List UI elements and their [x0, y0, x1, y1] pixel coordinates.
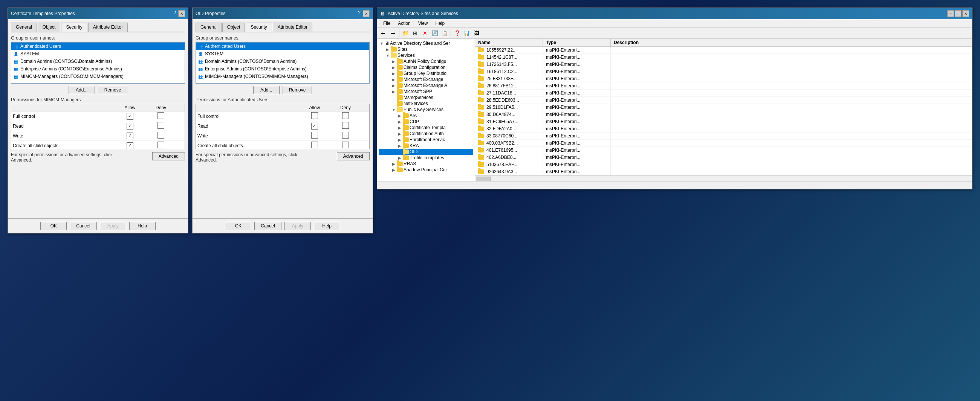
tree-groupkey[interactable]: ▶ Group Key Distributio [379, 70, 473, 76]
oid-apply-button[interactable]: Apply [285, 222, 311, 230]
oid-perm-allow-create[interactable] [299, 141, 330, 149]
oid-tab-attribute-editor[interactable]: Attribute Editor [273, 22, 312, 32]
perm-allow-create[interactable] [115, 141, 145, 149]
oid-close-button[interactable]: ✕ [363, 10, 370, 17]
refresh-button[interactable]: 🔄 [430, 29, 439, 38]
tree-claims[interactable]: ▶ Claims Configuration [379, 64, 473, 70]
oid-remove-button[interactable]: Remove [283, 86, 312, 94]
ad-minimize-button[interactable]: ─ [947, 10, 954, 17]
menu-view[interactable]: View [415, 20, 431, 27]
col-name[interactable]: Name [475, 39, 543, 46]
tab-object[interactable]: Object [38, 22, 60, 32]
oid-user-item-system[interactable]: 👤 SYSTEM [196, 50, 369, 58]
remove-button[interactable]: Remove [98, 86, 128, 94]
list-item[interactable]: 9262643.9A3... msPKI-Enterpri... [475, 168, 972, 176]
ok-button[interactable]: OK [40, 222, 67, 230]
perm-deny-read[interactable] [145, 121, 177, 131]
ad-close-button[interactable]: ✕ [962, 10, 969, 17]
perm-deny-write[interactable] [145, 131, 177, 141]
menu-action[interactable]: Action [395, 20, 413, 27]
list-item[interactable]: 11726143.F5... msPKI-Enterpri... [475, 61, 972, 68]
list-item[interactable]: 29.516D1FA5... msPKI-Enterpri... [475, 104, 972, 111]
oid-tab-general[interactable]: General [196, 22, 221, 32]
back-button[interactable]: ⬅ [379, 29, 388, 38]
oid-perm-allow-read[interactable] [299, 121, 330, 131]
tree-profile-templates[interactable]: ▶ Profile Templates [379, 155, 473, 161]
tree-msspp[interactable]: ▶ Microsoft SPP [379, 89, 473, 95]
help-icon[interactable]: ? [173, 10, 176, 17]
oid-perm-deny-create[interactable] [330, 141, 361, 149]
oid-help-button[interactable]: Help [314, 222, 340, 230]
view-button[interactable]: ⊞ [411, 29, 420, 38]
list-item[interactable]: 400.03AF9B2... msPKI-Enterpri... [475, 140, 972, 147]
tree-enrollment[interactable]: ▶ Enrollment Servic [379, 137, 473, 143]
oid-user-item-domain-admins[interactable]: 👥 Domain Admins (CONTOSO\Domain Admins) [196, 58, 369, 65]
tree-shadow[interactable]: ▶ Shadow Principal Cor [379, 167, 473, 173]
menu-help[interactable]: Help [433, 20, 448, 27]
list-item[interactable]: 25.F831733F... msPKI-Enterpri... [475, 75, 972, 82]
oid-add-button[interactable]: Add... [253, 86, 280, 94]
help-button[interactable]: Help [129, 222, 156, 230]
oid-user-item-mimcm[interactable]: 👥 MIMCM-Managers (CONTOSO\MIMCM-Managers… [196, 73, 369, 80]
list-item[interactable]: 16186112.C2... msPKI-Enterpri... [475, 68, 972, 75]
tree-services[interactable]: ▼ Services [379, 52, 473, 59]
tree-kra[interactable]: ▶ KRA [379, 143, 473, 149]
oid-tab-security[interactable]: Security [246, 22, 272, 32]
tree-authn[interactable]: ▶ AuthN Policy Configu [379, 59, 473, 64]
perm-deny-create[interactable] [145, 141, 177, 149]
user-item-auth[interactable]: 👥 Authenticated Users [11, 43, 185, 50]
oid-tab-object[interactable]: Object [222, 22, 245, 32]
user-item-system[interactable]: 👤 SYSTEM [11, 50, 185, 58]
user-item-mimcm[interactable]: 👥 MIMCM-Managers (CONTOSO\MIMCM-Managers… [11, 73, 185, 80]
list-item[interactable]: 10555927.22... msPKI-Enterpri... [475, 47, 972, 54]
tree-cert-auth[interactable]: ▶ Certification Auth [379, 131, 473, 137]
tab-attribute-editor[interactable]: Attribute Editor [88, 22, 128, 32]
list-item[interactable]: 114542.1C87... msPKI-Enterpri... [475, 54, 972, 61]
list-item[interactable]: 402.A6DBE0... msPKI-Enterpri... [475, 154, 972, 161]
oid-user-item-enterprise-admins[interactable]: 👥 Enterprise Admins (CONTOSO\Enterprise … [196, 65, 369, 73]
oid-user-item-auth[interactable]: 👥 Authenticated Users [196, 43, 369, 50]
list-item[interactable]: 30.D6A4874... msPKI-Enterpri... [475, 111, 972, 118]
tree-pks[interactable]: ▼ Public Key Services [379, 106, 473, 113]
tree-oid[interactable]: OID [379, 149, 473, 155]
oid-perm-allow-fullcontrol[interactable] [299, 111, 330, 121]
help-toolbar-button[interactable]: ❓ [452, 29, 461, 38]
list-item[interactable]: 5103678.EAF... msPKI-Enterpri... [475, 161, 972, 168]
tree-rras[interactable]: ▶ RRAS [379, 161, 473, 167]
oid-perm-deny-read[interactable] [330, 121, 361, 131]
perm-allow-fullcontrol[interactable] [115, 111, 145, 121]
ad-maximize-button[interactable]: □ [955, 10, 961, 17]
list-item[interactable]: 27.11DAC18... msPKI-Enterpri... [475, 90, 972, 97]
tree-sites[interactable]: ▶ Sites [379, 46, 473, 52]
list-item[interactable]: 401.E761695... msPKI-Enterpri... [475, 147, 972, 154]
tree-cert-templates[interactable]: ▶ Certificate Templa [379, 125, 473, 131]
tab-general[interactable]: General [11, 22, 37, 32]
oid-advanced-button[interactable]: Advanced [337, 152, 370, 160]
tree-root[interactable]: ▼ 🖥 Active Directory Sites and Ser [379, 40, 473, 46]
oid-perm-deny-write[interactable] [330, 131, 361, 141]
col-type[interactable]: Type [543, 39, 611, 46]
oid-perm-allow-write[interactable] [299, 131, 330, 141]
tree-aia[interactable]: ▶ AIA [379, 113, 473, 119]
user-item-domain-admins[interactable]: 👥 Domain Admins (CONTOSO\Domain Admins) [11, 58, 185, 65]
add-button[interactable]: Add... [68, 86, 95, 94]
list-item[interactable]: 31.FC9F65A7... msPKI-Enterpri... [475, 118, 972, 125]
close-button[interactable]: ✕ [178, 10, 185, 17]
horizontal-scrollbar[interactable] [475, 176, 972, 181]
h-scroll-thumb[interactable] [476, 177, 491, 181]
menu-file[interactable]: File [380, 20, 393, 27]
perm-allow-write[interactable] [115, 131, 145, 141]
tree-netservices[interactable]: NetServices [379, 100, 473, 106]
perm-allow-read[interactable] [115, 121, 145, 131]
tab-security[interactable]: Security [61, 22, 87, 32]
oid-perm-deny-fullcontrol[interactable] [330, 111, 361, 121]
tree-msexchange2[interactable]: ▶ Microsoft Exchange A [379, 82, 473, 89]
copy-button[interactable]: 📋 [440, 29, 449, 38]
tree-msexchange[interactable]: ▶ Microsoft Exchange [379, 76, 473, 82]
apply-button[interactable]: Apply [100, 222, 126, 230]
col-desc[interactable]: Description [611, 39, 972, 46]
list-item[interactable]: 33.08770C60... msPKI-Enterpri... [475, 133, 972, 140]
oid-ok-button[interactable]: OK [225, 222, 251, 230]
perm-deny-fullcontrol[interactable] [145, 111, 177, 121]
list-item[interactable]: 26.8817FB12... msPKI-Enterpri... [475, 82, 972, 90]
